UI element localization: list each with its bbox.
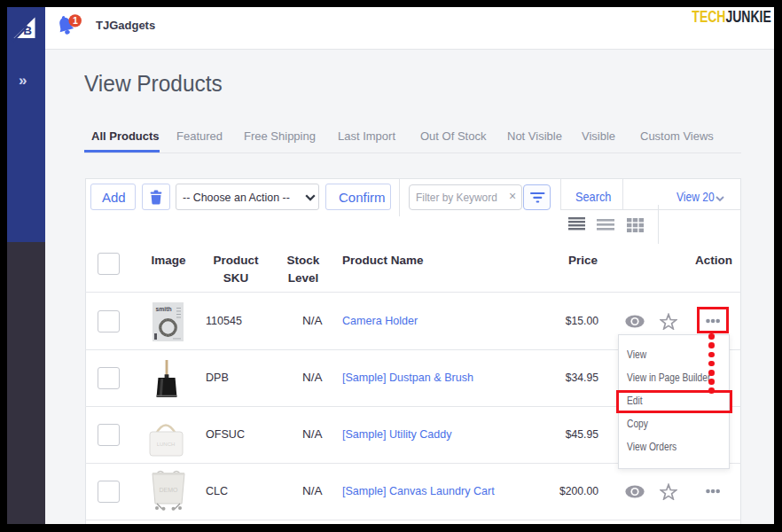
svg-text:DEMO: DEMO: [160, 487, 179, 493]
svg-text:1: 1: [73, 15, 78, 26]
svg-text:smith: smith: [156, 306, 172, 312]
svg-text:LUNCH: LUNCH: [157, 442, 176, 447]
svg-text:B: B: [23, 24, 32, 37]
